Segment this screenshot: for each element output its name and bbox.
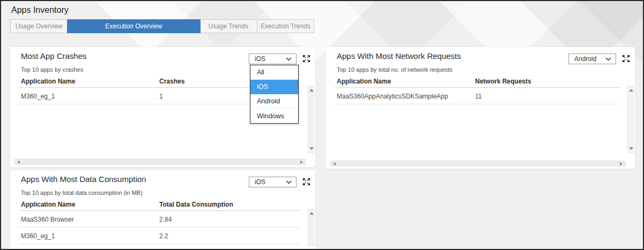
horizontal-scrollbar[interactable] bbox=[330, 161, 625, 166]
scroll-down-arrow-icon[interactable] bbox=[629, 147, 633, 150]
scroll-right-arrow-icon[interactable] bbox=[300, 161, 303, 164]
expand-arrows-icon[interactable] bbox=[302, 178, 310, 186]
cell-application-name: MaaS360AppAnalyticsSDKSampleApp bbox=[337, 93, 448, 100]
platform-select[interactable]: iOS bbox=[249, 177, 297, 187]
table-row: MaaS360AppAnalyticsSDKSampleApp 11 bbox=[335, 88, 620, 104]
platform-select-value: iOS bbox=[255, 55, 286, 63]
column-application-name: Application Name bbox=[21, 201, 75, 208]
dropdown-option-windows[interactable]: Windows bbox=[250, 109, 298, 123]
platform-dropdown-list: All iOS Android Windows bbox=[250, 65, 299, 124]
tab-usage-overview[interactable]: Usage Overview bbox=[11, 20, 68, 33]
scroll-down-arrow-icon[interactable] bbox=[309, 147, 314, 150]
table-header: Application Name Network Requests bbox=[335, 77, 620, 88]
panel-most-network-requests: Apps With Most Network Requests Top 10 a… bbox=[326, 47, 635, 169]
cell-data-consumption: 2.2 bbox=[159, 232, 168, 240]
cell-application-name: MaaS360 Browser bbox=[21, 216, 74, 223]
column-total-data-consumption: Total Data Consumption bbox=[159, 201, 233, 208]
scroll-left-arrow-icon[interactable] bbox=[333, 162, 336, 165]
vertical-scrollbar[interactable] bbox=[308, 209, 314, 246]
horizontal-scrollbar[interactable] bbox=[14, 159, 306, 165]
panel-subtitle: Top 10 apps by total data consumption (i… bbox=[21, 190, 143, 196]
vertical-scrollbar[interactable] bbox=[308, 86, 314, 153]
column-application-name: Application Name bbox=[21, 78, 75, 85]
tab-execution-trends[interactable]: Execution Trends bbox=[257, 20, 314, 33]
panel-title: Apps With Most Data Consumption bbox=[21, 175, 146, 184]
scroll-right-arrow-icon[interactable] bbox=[620, 162, 623, 165]
vertical-scrollbar[interactable] bbox=[627, 86, 634, 153]
platform-select[interactable]: Android bbox=[568, 54, 616, 64]
panel-title: Apps With Most Network Requests bbox=[337, 51, 461, 60]
panel-subtitle: Top 10 apps by crashes bbox=[21, 66, 83, 73]
panel-title: Most App Crashes bbox=[21, 51, 87, 60]
scroll-left-arrow-icon[interactable] bbox=[17, 161, 20, 164]
platform-select-value: iOS bbox=[255, 178, 286, 186]
dashboard-root: Apps Inventory Usage Overview Execution … bbox=[0, 0, 644, 250]
expand-arrows-icon[interactable] bbox=[302, 55, 310, 63]
scroll-up-arrow-icon[interactable] bbox=[309, 212, 314, 215]
cell-network-requests: 11 bbox=[475, 93, 482, 100]
dropdown-option-all[interactable]: All bbox=[250, 65, 298, 80]
tab-usage-trends[interactable]: Usage Trends bbox=[200, 20, 257, 33]
page-title: Apps Inventory bbox=[11, 5, 69, 15]
dropdown-option-ios[interactable]: iOS bbox=[250, 80, 298, 94]
table-row: M360_eg_1 2.2 bbox=[19, 228, 300, 244]
cell-crashes: 1 bbox=[159, 93, 163, 100]
platform-select[interactable]: iOS bbox=[249, 54, 297, 64]
table-body: MaaS360AppAnalyticsSDKSampleApp 11 bbox=[335, 88, 620, 104]
panel-most-data-consumption: Apps With Most Data Consumption Top 10 a… bbox=[10, 170, 315, 249]
column-application-name: Application Name bbox=[337, 78, 391, 85]
scroll-up-arrow-icon[interactable] bbox=[629, 89, 633, 92]
cell-application-name: M360_eg_1 bbox=[21, 93, 55, 100]
table-row: MaaS360 Browser 2.84 bbox=[19, 211, 300, 228]
dropdown-option-android[interactable]: Android bbox=[250, 94, 298, 109]
chevron-down-icon bbox=[286, 57, 292, 61]
platform-select-value: Android bbox=[574, 55, 605, 63]
tab-bar: Usage Overview Execution Overview Usage … bbox=[10, 19, 314, 33]
tab-execution-overview[interactable]: Execution Overview bbox=[67, 19, 201, 33]
column-network-requests: Network Requests bbox=[475, 78, 531, 85]
cell-application-name: M360_eg_1 bbox=[21, 232, 55, 240]
expand-arrows-icon[interactable] bbox=[622, 55, 630, 63]
scroll-up-arrow-icon[interactable] bbox=[309, 89, 314, 92]
chevron-down-icon bbox=[605, 57, 611, 61]
cell-data-consumption: 2.84 bbox=[159, 216, 172, 223]
table-header: Application Name Total Data Consumption bbox=[19, 200, 300, 211]
table-body: MaaS360 Browser 2.84 M360_eg_1 2.2 bbox=[19, 211, 300, 244]
chevron-down-icon bbox=[286, 180, 292, 184]
panel-subtitle: Top 10 apps by total no. of network requ… bbox=[337, 66, 453, 73]
column-crashes: Crashes bbox=[159, 78, 184, 85]
panel-most-app-crashes: Most App Crashes Top 10 apps by crashes … bbox=[10, 47, 315, 167]
